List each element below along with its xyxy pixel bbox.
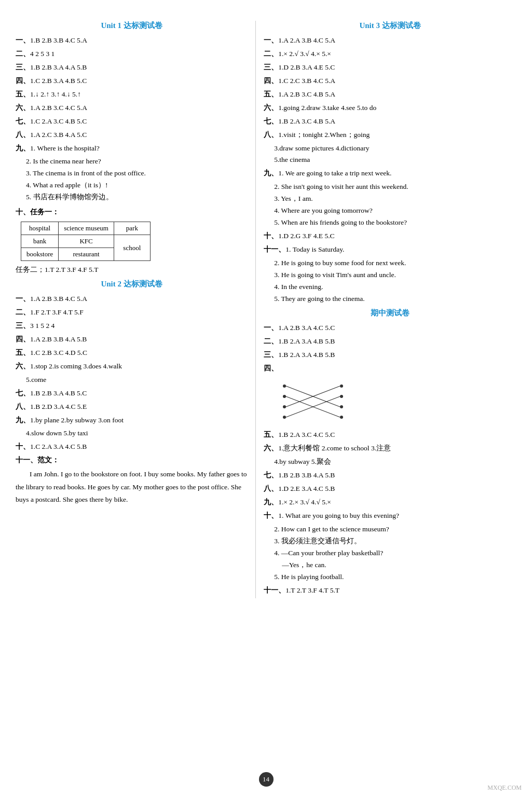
mid-section8: 八、1.D 2.E 3.A 4.C 5.B [264,483,516,495]
map-restaurant: restaurant [59,248,114,261]
u2-section11-label: 十一、范文： [16,455,248,466]
u3-section1: 一、1.A 2.A 3.B 4.C 5.A [264,35,516,47]
u2-section10: 十、1.C 2.A 3.A 4.C 5.B [16,441,248,453]
u1-section8: 八、1.A 2.C 3.B 4.A 5.C [16,129,248,141]
u3-section7: 七、1.B 2.A 3.C 4.B 5.A [264,116,516,128]
map-bookstore: bookstore [21,248,59,261]
u2-section8: 八、1.B 2.D 3.A 4.C 5.E [16,401,248,413]
unit1-title: Unit 1 达标测试卷 [16,21,248,31]
svg-point-0 [283,384,286,388]
mid-section5: 五、1.B 2.A 3.C 4.C 5.C [264,429,516,441]
u3-section5: 五、1.A 2.B 3.C 4.B 5.A [264,89,516,101]
mid-s10-item3: 3. 我必须注意交通信号灯。 [274,535,516,547]
mid-s10-item4: 4. —Can your brother play basketball? [274,547,516,559]
u3-s9-item5: 5. When are his friends going to the boo… [274,217,516,229]
u3-section4: 四、1.C 2.C 3.B 4.C 5.A [264,75,516,87]
essay-line1: I am John. I go to the bookstore on foot… [16,468,248,506]
u3-section2: 二、1.× 2.√ 3.√ 4.× 5.× [264,48,516,60]
mid-section6: 六、1.意大利餐馆 2.come to school 3.注意 [264,443,516,455]
svg-point-2 [283,405,286,408]
u3-s8-b: 3.draw some pictures 4.dictionary [274,143,516,155]
midterm-title: 期中测试卷 [264,308,516,318]
svg-point-5 [340,395,343,398]
u3-s9-item4: 4. Where are you going tomorrow? [274,205,516,217]
mid-section9: 九、1.× 2.× 3.√ 4.√ 5.× [264,497,516,509]
u1-section6: 六、1.A 2.B 3.C 4.C 5.A [16,102,248,114]
u3-s9-item3: 3. Yes，I am. [274,193,516,205]
unit3-title: Unit 3 达标测试卷 [264,21,516,31]
u1-section9-label: 九、1. Where is the hospital? [16,143,248,155]
svg-point-1 [283,395,286,398]
u1-s2-label: 二、 [16,50,30,58]
mid-section11: 十一、1.T 2.T 3.F 4.T 5.T [264,585,516,597]
u3-s11-item5: 5. They are going to the cinema. [274,293,516,305]
u3-section11-label: 十一、1. Today is Saturday. [264,244,516,256]
cross-diagram [274,378,516,425]
svg-point-7 [340,416,343,419]
u3-s11-item4: 4. In the evening. [274,281,516,293]
u1-s4-label: 四、 [16,77,30,85]
mid-section10-label: 十、1. What are you going to buy this even… [264,510,516,522]
mid-section1: 一、1.A 2.B 3.A 4.C 5.C [264,322,516,334]
u3-section8: 八、1.visit；tonight 2.When；going [264,129,516,141]
u2-section3: 三、3 1 5 2 4 [16,320,248,332]
u1-s9-item4: 4. What a red apple（it is）! [26,180,248,191]
u3-section10: 十、1.D 2.G 3.F 4.E 5.C [264,230,516,242]
mid-s10-item2: 2. How can I get to the science museum? [274,524,516,535]
task2-line: 任务二；1.T 2.T 3.F 4.F 5.T [16,264,248,276]
u1-s9-item3: 3. The cinema is in front of the post of… [26,168,248,180]
mid-s6-b: 4.by subway 5.聚会 [274,456,516,468]
cross-svg [274,378,352,425]
u1-s7-label: 七、 [16,117,30,125]
svg-point-6 [340,405,343,408]
svg-point-3 [283,416,286,419]
u1-section3: 三、1.B 2.B 3.A 4.A 5.B [16,62,248,74]
mid-section3: 三、1.B 2.A 3.A 4.B 5.B [264,349,516,361]
unit2-title: Unit 2 达标测试卷 [16,279,248,289]
u1-section1: 一、1.B 2.B 3.B 4.C 5.A [16,35,248,47]
u1-section2: 二、4 2 5 3 1 [16,48,248,60]
map-table: hospital science museum park bank KFC sc… [21,222,151,261]
u3-s11-item2: 2. He is going to buy some food for next… [274,257,516,269]
u3-section9-label: 九、1. We are going to take a trip next we… [264,168,516,180]
mid-s10-item5: 5. He is playing football. [274,571,516,583]
watermark: MXQE.COM [487,784,522,792]
u1-s6-label: 六、 [16,104,30,112]
u2-section7: 七、1.B 2.B 3.A 4.B 5.C [16,388,248,400]
map-hospital: hospital [21,222,59,235]
svg-point-4 [340,384,343,388]
u3-section3: 三、1.D 2.B 3.A 4.E 5.C [264,62,516,74]
map-school: school [114,235,150,261]
u1-s9-item2: 2. Is the cinema near here? [26,156,248,168]
mid-section2: 二、1.B 2.A 3.A 4.B 5.B [264,336,516,348]
u1-s3-label: 三、 [16,63,30,71]
u1-section4: 四、1.C 2.B 3.A 4.B 5.C [16,75,248,87]
map-kfc: KFC [59,235,114,248]
u2-section9-label: 九、1.by plane 2.by subway 3.on foot [16,415,248,427]
u2-section4: 四、1.A 2.B 3.B 4.A 5.B [16,334,248,346]
u1-s8-label: 八、 [16,131,30,139]
u1-s9-item5: 5. 书店在科学博物馆旁边。 [26,191,248,203]
right-column: Unit 3 达标测试卷 一、1.A 2.A 3.B 4.C 5.A 二、1.×… [256,21,516,598]
left-column: Unit 1 达标测试卷 一、1.B 2.B 3.B 4.C 5.A 二、4 2… [16,21,256,598]
map-science-museum: science museum [59,222,114,235]
u2-section6: 六、1.stop 2.is coming 3.does 4.walk [16,361,248,373]
u3-s8-c: 5.the cinema [274,154,516,166]
page-number: 14 [259,772,274,787]
u3-s11-item3: 3. He is going to visit Tim's aunt and u… [274,269,516,281]
u2-s6-b: 5.come [26,374,248,386]
u1-section7: 七、1.C 2.A 3.C 4.B 5.C [16,116,248,128]
u2-section5: 五、1.C 2.B 3.C 4.D 5.C [16,347,248,359]
u2-s9-item2: 4.slow down 5.by taxi [26,428,248,439]
u3-section6: 六、1.going 2.draw 3.take 4.see 5.to do [264,102,516,114]
map-park: park [114,222,150,235]
u1-section10-label: 十、任务一： [16,207,248,218]
mid-section4-label: 四、 [264,363,516,375]
u2-section2: 二、1.F 2.T 3.F 4.T 5.F [16,307,248,319]
u3-s9-item2: 2. She isn't going to visit her aunt thi… [274,181,516,193]
u2-section1: 一、1.A 2.B 3.B 4.C 5.A [16,293,248,305]
mid-s10-item4b: —Yes，he can. [282,559,516,571]
map-bank: bank [21,235,59,248]
u1-section5: 五、1.↓ 2.↑ 3.↑ 4.↓ 5.↑ [16,89,248,101]
mid-section7: 七、1.B 2.B 3.B 4.A 5.B [264,470,516,482]
